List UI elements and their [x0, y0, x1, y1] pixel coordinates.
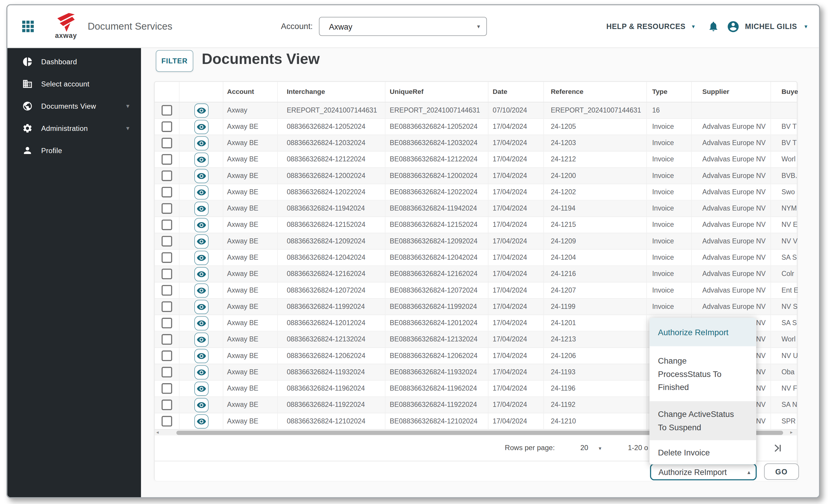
row-checkbox[interactable]: [161, 367, 172, 378]
notifications-bell-icon[interactable]: [707, 21, 719, 32]
cell-type: 16: [647, 102, 692, 118]
user-avatar-icon[interactable]: [727, 20, 740, 33]
view-document-button[interactable]: [194, 120, 208, 134]
row-checkbox[interactable]: [161, 252, 172, 263]
view-document-button[interactable]: [194, 169, 208, 183]
row-checkbox[interactable]: [161, 171, 172, 181]
rows-per-page-select[interactable]: 20 ▾: [580, 435, 602, 461]
cell-interchange: 088366326824-12012024: [278, 315, 386, 331]
app-window: axway Document Services Account: Axway ▾…: [6, 4, 820, 498]
rows-per-page-value: 20: [580, 444, 588, 452]
sidebar-item-profile[interactable]: Profile: [7, 139, 141, 162]
row-checkbox[interactable]: [161, 138, 172, 149]
scroll-right-icon[interactable]: ▸: [790, 430, 792, 435]
view-document-button[interactable]: [194, 152, 208, 166]
view-document-button[interactable]: [194, 251, 208, 265]
row-checkbox[interactable]: [161, 268, 172, 279]
row-view-cell: [179, 266, 223, 282]
user-menu[interactable]: MICHEL GILIS: [745, 22, 797, 31]
row-checkbox[interactable]: [161, 220, 172, 230]
scroll-left-icon[interactable]: ◂: [156, 430, 159, 435]
view-document-button[interactable]: [194, 381, 208, 395]
column-header-date: Date: [489, 82, 544, 102]
cell-uniqueref: BE088366326824-12062024: [385, 348, 489, 364]
view-document-button[interactable]: [194, 136, 208, 150]
view-column-header: [179, 82, 223, 102]
row-checkbox-cell: [155, 380, 179, 396]
row-checkbox[interactable]: [161, 203, 172, 214]
chevron-down-icon[interactable]: ▾: [692, 23, 695, 30]
row-checkbox[interactable]: [161, 121, 172, 132]
cell-interchange: 088366326824-12042024: [278, 250, 386, 265]
view-document-button[interactable]: [194, 365, 208, 379]
row-checkbox[interactable]: [161, 400, 172, 410]
chevron-down-icon[interactable]: ▾: [804, 23, 808, 30]
menu-item-delete-invoice[interactable]: Delete Invoice: [649, 440, 756, 465]
cell-account: Axway: [223, 102, 278, 118]
cell-account: Axway BE: [223, 184, 278, 200]
cell-interchange: 088366326824-12072024: [278, 283, 386, 298]
row-checkbox[interactable]: [161, 154, 172, 165]
row-checkbox[interactable]: [161, 285, 172, 296]
bulk-action-select[interactable]: Authorize ReImport ▴: [650, 463, 757, 480]
row-checkbox-cell: [155, 168, 179, 183]
last-page-button[interactable]: [772, 442, 784, 455]
cell-supplier: Advalvas Europe NV: [692, 299, 771, 314]
cell-reference: 24-1192: [544, 397, 647, 413]
app-grid-icon[interactable]: [22, 21, 34, 32]
cell-uniqueref: BE088366326824-12022024: [385, 184, 489, 200]
view-document-button[interactable]: [194, 234, 208, 248]
cell-buyer: BVB.: [771, 168, 798, 183]
sidebar-item-select-account[interactable]: Select account: [7, 73, 141, 95]
view-document-button[interactable]: [194, 398, 208, 412]
view-document-button[interactable]: [194, 267, 208, 281]
cell-reference: 24-1196: [544, 380, 647, 396]
view-document-button[interactable]: [194, 316, 208, 330]
row-checkbox[interactable]: [161, 105, 172, 116]
cell-date: 17/04/2024: [489, 266, 544, 282]
row-checkbox[interactable]: [161, 318, 172, 328]
view-document-button[interactable]: [194, 283, 208, 297]
chevron-down-icon[interactable]: ▾: [126, 102, 129, 110]
cell-account: Axway BE: [223, 364, 278, 380]
cell-type: Invoice: [647, 119, 692, 134]
menu-item-authorize-reimport[interactable]: Authorize ReImport: [649, 318, 756, 346]
row-checkbox[interactable]: [161, 334, 172, 345]
row-checkbox[interactable]: [161, 383, 172, 394]
view-document-button[interactable]: [194, 103, 208, 117]
row-checkbox[interactable]: [161, 301, 172, 312]
table-row: Axway EREPORT_20241007144631 EREPORT_202…: [155, 102, 797, 119]
go-button[interactable]: GO: [764, 463, 799, 480]
row-checkbox[interactable]: [161, 187, 172, 198]
sidebar-item-label: Profile: [41, 146, 62, 155]
cell-interchange: 088366326824-12132024: [278, 331, 386, 347]
menu-item-change-processstatus-finished[interactable]: Change ProcessStatus To Finished: [649, 346, 756, 401]
view-document-button[interactable]: [194, 414, 208, 428]
account-select[interactable]: Axway ▾: [319, 17, 487, 36]
view-document-button[interactable]: [194, 332, 208, 346]
filter-button[interactable]: FILTER: [156, 50, 194, 72]
column-header-account: Account: [223, 82, 278, 102]
cell-interchange: 088366326824-12032024: [278, 135, 386, 151]
cell-uniqueref: EREPORT_20241007144631: [385, 102, 489, 118]
cell-account: Axway BE: [223, 250, 278, 265]
sidebar-item-dashboard[interactable]: Dashboard: [7, 51, 141, 73]
help-resources-menu[interactable]: HELP & RESOURCES: [607, 22, 686, 31]
chevron-down-icon[interactable]: ▾: [126, 125, 129, 132]
view-document-button[interactable]: [194, 300, 208, 314]
menu-item-change-activestatus-suspend[interactable]: Change ActiveStatus To Suspend: [649, 401, 756, 440]
sidebar-item-documents-view[interactable]: Documents View ▾: [7, 95, 141, 117]
menu-item-label: Delete Invoice: [658, 446, 736, 459]
view-document-button[interactable]: [194, 201, 208, 216]
sidebar-item-administration[interactable]: Administration ▾: [7, 117, 141, 139]
cell-uniqueref: BE088366326824-12002024: [385, 168, 489, 183]
row-checkbox[interactable]: [161, 350, 172, 361]
view-document-button[interactable]: [194, 218, 208, 232]
row-checkbox[interactable]: [161, 416, 172, 427]
view-document-button[interactable]: [194, 348, 208, 363]
row-checkbox[interactable]: [161, 236, 172, 247]
cell-account: Axway BE: [223, 266, 278, 282]
cell-account: Axway BE: [223, 348, 278, 364]
table-row: Axway BE 088366326824-12092024 BE0883663…: [155, 233, 797, 250]
view-document-button[interactable]: [194, 185, 208, 199]
